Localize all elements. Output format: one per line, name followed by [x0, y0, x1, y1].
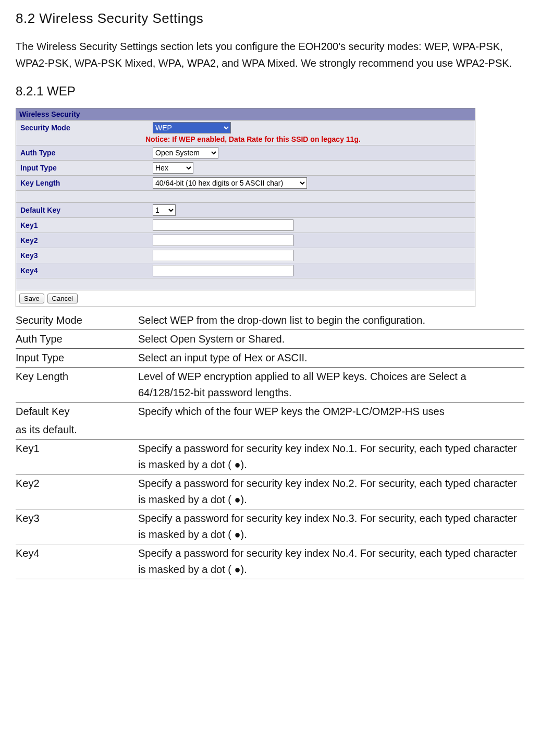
key2-label: Key2 [16, 234, 150, 247]
desc-term: Default Key [16, 403, 138, 421]
desc-term: Key4 [16, 544, 138, 579]
desc-def: Select an input type of Hex or ASCII. [138, 349, 524, 368]
security-mode-label: Security Mode [16, 121, 150, 134]
default-key-label: Default Key [16, 204, 150, 216]
desc-term: Security Mode [16, 311, 138, 330]
key1-label: Key1 [16, 219, 150, 231]
default-key-select[interactable]: 1 [153, 204, 176, 216]
desc-term: Key1 [16, 440, 138, 474]
section-heading: 8.2 Wireless Security Settings [16, 10, 524, 27]
wireless-security-panel: Wireless Security Security Mode WEP Noti… [16, 108, 475, 307]
desc-def: Select Open System or Shared. [138, 330, 524, 349]
key2-input[interactable] [153, 235, 293, 246]
desc-term: Key2 [16, 474, 138, 509]
key3-label: Key3 [16, 249, 150, 262]
desc-term: Auth Type [16, 330, 138, 349]
key-length-label: Key Length [16, 177, 150, 189]
wep-notice: Notice: If WEP enabled, Data Rate for th… [16, 135, 475, 145]
desc-def: Specify a password for security key inde… [138, 474, 524, 509]
subsection-heading: 8.2.1 WEP [16, 84, 524, 99]
key-length-select[interactable]: 40/64-bit (10 hex digits or 5 ASCII char… [153, 177, 307, 189]
desc-term: Key3 [16, 509, 138, 544]
security-mode-select[interactable]: WEP [153, 122, 231, 133]
input-type-select[interactable]: Hex [153, 162, 193, 174]
key4-label: Key4 [16, 264, 150, 277]
field-description-table: Security Mode Select WEP from the drop-d… [16, 311, 524, 421]
key3-input[interactable] [153, 250, 293, 261]
save-button[interactable]: Save [19, 294, 44, 303]
auth-type-label: Auth Type [16, 147, 150, 159]
desc-term: Key Length [16, 368, 138, 403]
key1-input[interactable] [153, 220, 293, 231]
desc-def-continuation: as its default. [16, 421, 524, 440]
desc-def: Level of WEP encryption applied to all W… [138, 368, 524, 403]
desc-term: Input Type [16, 349, 138, 368]
cancel-button[interactable]: Cancel [47, 294, 78, 303]
desc-def: Specify which of the four WEP keys the O… [138, 403, 524, 421]
desc-def: Select WEP from the drop-down list to be… [138, 311, 524, 330]
desc-def: Specify a password for security key inde… [138, 544, 524, 579]
field-description-table-cont: Key1 Specify a password for security key… [16, 440, 524, 579]
key4-input[interactable] [153, 265, 293, 276]
intro-paragraph: The Wireless Security Settings section l… [16, 38, 524, 71]
desc-def: Specify a password for security key inde… [138, 440, 524, 474]
desc-def: Specify a password for security key inde… [138, 509, 524, 544]
input-type-label: Input Type [16, 162, 150, 174]
panel-title: Wireless Security [16, 108, 475, 120]
auth-type-select[interactable]: Open System [153, 147, 218, 158]
